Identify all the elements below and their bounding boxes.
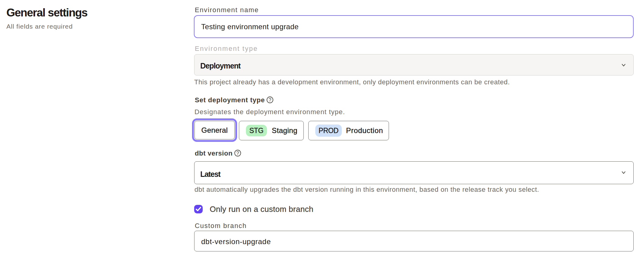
svg-text:?: ? [236,151,239,156]
svg-text:?: ? [269,97,271,103]
